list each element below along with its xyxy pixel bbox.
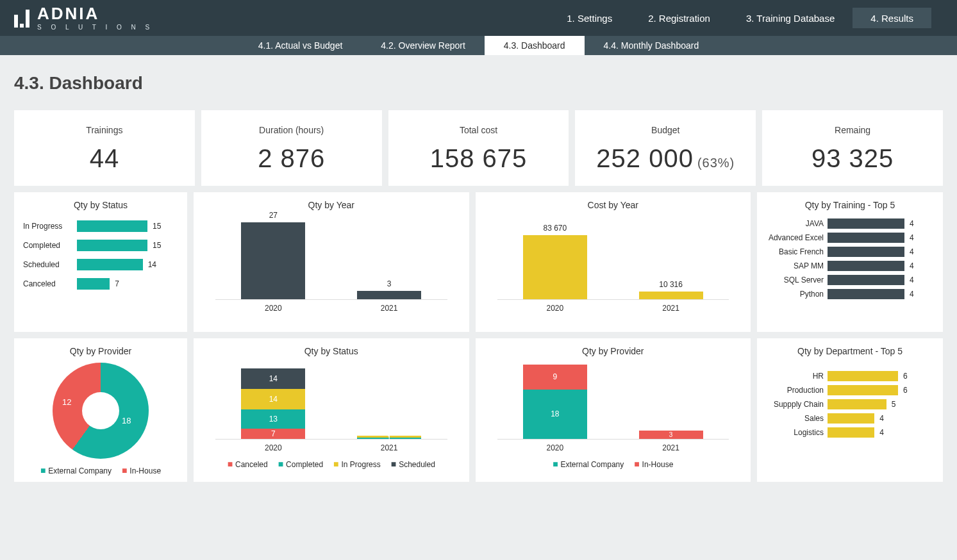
kpi-value: 93 325 <box>771 144 934 173</box>
chart-qty-by-department: Qty by Department - Top 5 HR6Production6… <box>757 338 943 482</box>
bar-value: 4 <box>879 414 884 423</box>
bar-category: Production <box>766 386 828 395</box>
main-nav: 1. Settings 2. Registration 3. Training … <box>549 0 957 36</box>
nav-registration[interactable]: 2. Registration <box>630 8 728 28</box>
brand-sub: S O L U T I O N S <box>37 24 153 31</box>
chart-body: 713141411 <box>215 363 447 440</box>
stack-segment: 3 <box>639 431 703 439</box>
bar-value: 6 <box>903 386 908 395</box>
bar-row: SQL Server4 <box>766 273 934 287</box>
sub-nav-bar: 4.1. Actual vs Budget 4.2. Overview Repo… <box>0 36 957 55</box>
chart-title: Cost by Year <box>485 200 742 210</box>
axis-label: 2020 <box>547 443 564 452</box>
tab-monthly-dashboard[interactable]: 4.4. Monthly Dashboard <box>585 36 719 55</box>
bar-row: Suppply Chain5 <box>766 397 934 411</box>
chart-axis: 20202021 <box>215 443 447 452</box>
bar-category: SQL Server <box>766 276 828 284</box>
chart-body: 1893 <box>497 363 729 440</box>
donut-label-inh: 12 <box>62 397 71 407</box>
chart-cost-by-year: Cost by Year 83 67010 316 20202021 <box>476 192 751 332</box>
bar-category: Scheduled <box>23 260 77 269</box>
bar-value: 14 <box>148 260 156 269</box>
bar-value: 15 <box>153 222 161 231</box>
legend-inhouse: In-House <box>122 465 161 475</box>
bar-value: 15 <box>153 241 161 250</box>
tab-overview-report[interactable]: 4.2. Overview Report <box>362 36 485 55</box>
chart-axis: 20202021 <box>497 443 729 452</box>
tab-dashboard[interactable]: 4.3. Dashboard <box>485 36 585 55</box>
axis-label: 2021 <box>381 304 398 313</box>
donut-icon: 18 12 <box>53 363 149 459</box>
column-value: 10 316 <box>659 280 683 289</box>
stack-segment: 18 <box>523 390 587 439</box>
chart-qty-by-training: Qty by Training - Top 5 JAVA4Advanced Ex… <box>757 192 943 332</box>
bar-category: Advanced Excel <box>766 233 828 242</box>
kpi-budget: Budget 252 000(63%) <box>575 110 756 186</box>
chart-title: Qty by Status <box>23 200 178 210</box>
logo-icon <box>14 8 29 28</box>
column: 83 670 <box>497 224 613 299</box>
chart-title: Qty by Training - Top 5 <box>766 200 934 210</box>
kpi-total-cost: Total cost 158 675 <box>388 110 569 186</box>
stack-segment: 1 <box>357 438 421 439</box>
kpi-remaining: Remaing 93 325 <box>762 110 943 186</box>
bar-row: JAVA4 <box>766 217 934 231</box>
stack-segment: 7 <box>241 429 305 439</box>
page-title: 4.3. Dashboard <box>14 73 943 94</box>
legend-external: External Company <box>40 465 112 475</box>
stack-column: 7131414 <box>241 368 305 439</box>
bar-row: Sales4 <box>766 411 934 425</box>
bar-value: 4 <box>910 233 914 242</box>
stack-column: 3 <box>639 431 703 439</box>
bar-category: SAP MM <box>766 261 828 270</box>
tab-actual-vs-budget[interactable]: 4.1. Actual vs Budget <box>239 36 362 55</box>
legend-completed: Completed <box>278 459 323 469</box>
chart-title: Qty by Department - Top 5 <box>766 346 934 356</box>
nav-training-db[interactable]: 3. Training Database <box>728 8 853 28</box>
axis-label: 2021 <box>662 304 679 313</box>
legend: Canceled Completed In Progress Scheduled <box>203 459 460 469</box>
bar-category: Basic French <box>766 247 828 256</box>
bar-value: 4 <box>910 276 914 284</box>
chart-body: 83 67010 316 <box>497 217 729 300</box>
chart-qty-by-status: Qty by Status In Progress15Completed15Sc… <box>14 192 187 332</box>
bar-category: HR <box>766 372 828 381</box>
bar-category: Logistics <box>766 428 828 437</box>
kpi-duration: Duration (hours) 2 876 <box>201 110 382 186</box>
bar-category: JAVA <box>766 219 828 228</box>
chart-body: 273 <box>215 217 447 300</box>
legend-external: External Company <box>553 459 624 469</box>
bar-category: In Progress <box>23 222 77 231</box>
bar-value: 4 <box>910 219 914 228</box>
bar-row: Logistics4 <box>766 425 934 440</box>
chart-title: Qty by Status <box>203 346 460 356</box>
bar-value: 4 <box>910 261 914 270</box>
chart-body: In Progress15Completed15Scheduled14Cance… <box>23 217 178 325</box>
legend: External Company In-House <box>23 465 178 475</box>
nav-results[interactable]: 4. Results <box>853 8 931 28</box>
bar-row: SAP MM4 <box>766 259 934 273</box>
chart-title: Qty by Provider <box>485 346 742 356</box>
column: 27 <box>215 211 331 299</box>
bar-category: Canceled <box>23 279 77 288</box>
chart-qty-by-provider-stacked: Qty by Provider 1893 20202021 External C… <box>476 338 751 482</box>
bar-row: In Progress15 <box>23 217 178 236</box>
bar-row: Scheduled14 <box>23 255 178 274</box>
stack-segment: 9 <box>523 365 587 390</box>
column-value: 27 <box>269 211 278 220</box>
kpi-value: 44 <box>23 144 186 173</box>
stack-segment: 14 <box>241 389 305 409</box>
chart-title: Qty by Provider <box>23 346 178 356</box>
bar-row: Basic French4 <box>766 245 934 259</box>
bar-category: Suppply Chain <box>766 400 828 409</box>
kpi-label: Budget <box>584 125 747 135</box>
legend-canceled: Canceled <box>228 459 268 469</box>
bar-row: Completed15 <box>23 236 178 255</box>
legend: External Company In-House <box>485 459 742 469</box>
chart-body: JAVA4Advanced Excel4Basic French4SAP MM4… <box>766 217 934 301</box>
nav-settings[interactable]: 1. Settings <box>549 8 630 28</box>
brand-name: ADNIA <box>37 5 153 22</box>
bar-value: 4 <box>910 247 914 256</box>
bar-row: HR6 <box>766 369 934 383</box>
chart-qty-by-provider-donut: Qty by Provider 18 12 External Company I… <box>14 338 187 482</box>
